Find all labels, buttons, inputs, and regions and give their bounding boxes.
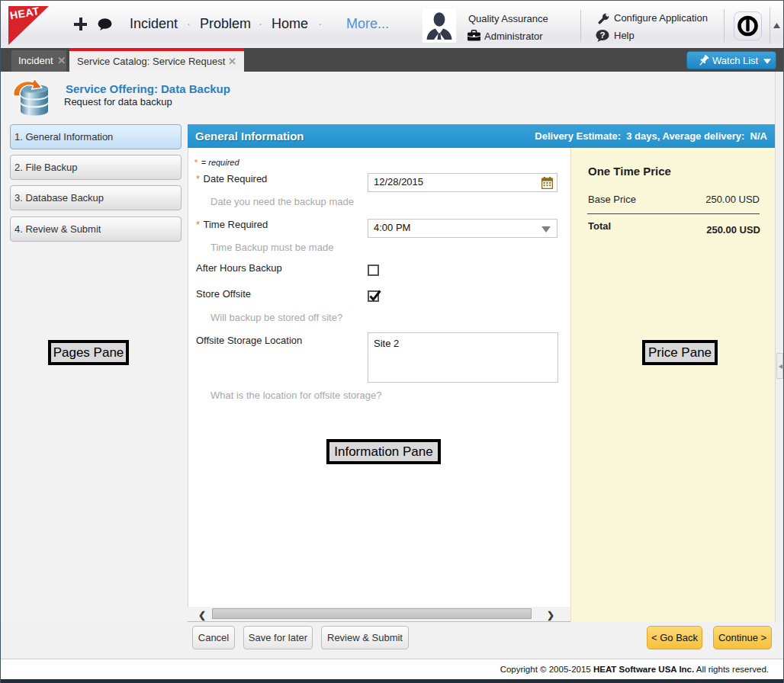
svg-text:?: ? [599, 30, 605, 40]
